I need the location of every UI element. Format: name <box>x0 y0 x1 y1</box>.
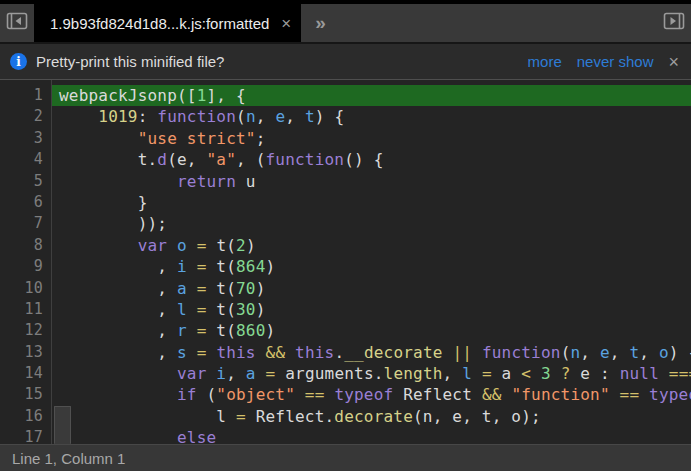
line-number[interactable]: 11 <box>0 299 51 320</box>
line-number[interactable]: 8 <box>0 235 51 256</box>
line-number[interactable]: 7 <box>0 213 51 234</box>
code-line[interactable]: else <box>52 427 691 444</box>
code-line[interactable]: , a = t(70) <box>52 278 691 299</box>
source-editor[interactable]: 1234567891011121314151617 webpackJsonp([… <box>0 80 691 444</box>
line-number[interactable]: 14 <box>0 363 51 384</box>
line-number[interactable]: 16 <box>0 406 51 427</box>
tab-bar: 1.9b93fd824d1d8...k.js:formatted × » <box>0 4 691 42</box>
never-show-link[interactable]: never show <box>577 53 654 70</box>
code-line[interactable]: "use strict"; <box>52 128 691 149</box>
code-lines[interactable]: webpackJsonp([1], { 1019: function(n, e,… <box>52 80 691 444</box>
line-number[interactable]: 1 <box>0 85 51 106</box>
more-link[interactable]: more <box>528 53 562 70</box>
line-number[interactable]: 5 <box>0 171 51 192</box>
panel-collapse-left-icon <box>6 10 28 36</box>
code-line[interactable]: , s = this && this.__decorate || functio… <box>52 342 691 363</box>
status-bar: Line 1, Column 1 <box>0 444 691 471</box>
cursor-position: Line 1, Column 1 <box>12 450 125 467</box>
tabbar-spacer <box>326 4 657 42</box>
code-line[interactable]: return u <box>52 171 691 192</box>
code-line[interactable]: , l = t(30) <box>52 299 691 320</box>
code-line[interactable]: if ("object" == typeof Reflect && "funct… <box>52 384 691 405</box>
line-number[interactable]: 15 <box>0 384 51 405</box>
file-tab-label: 1.9b93fd824d1d8...k.js:formatted <box>50 15 269 32</box>
tabs-overflow-chevron-icon[interactable]: » <box>315 12 326 34</box>
infobar-message: Pretty-print this minified file? <box>36 53 224 70</box>
code-line[interactable]: } <box>52 192 691 213</box>
line-number[interactable]: 4 <box>0 149 51 170</box>
code-line[interactable]: var o = t(2) <box>52 235 691 256</box>
tab-close-icon[interactable]: × <box>281 15 291 32</box>
line-number[interactable]: 9 <box>0 256 51 277</box>
code-line[interactable]: var i, a = arguments.length, l = a < 3 ?… <box>52 363 691 384</box>
info-icon: i <box>10 53 27 70</box>
pretty-print-infobar: i Pretty-print this minified file? more … <box>0 42 691 80</box>
line-number[interactable]: 17 <box>0 427 51 444</box>
gutter: 1234567891011121314151617 <box>0 80 52 444</box>
show-sidebar-button[interactable] <box>657 4 691 42</box>
code-line[interactable]: )); <box>52 213 691 234</box>
infobar-close-icon[interactable]: × <box>668 53 679 71</box>
line-number[interactable]: 3 <box>0 128 51 149</box>
line-number[interactable]: 2 <box>0 106 51 127</box>
show-navigator-button[interactable] <box>0 4 34 42</box>
code-line[interactable]: webpackJsonp([1], { <box>52 85 691 106</box>
code-line[interactable]: , r = t(860) <box>52 320 691 341</box>
line-number[interactable]: 6 <box>0 192 51 213</box>
line-number[interactable]: 12 <box>0 320 51 341</box>
scrollbar-thumb[interactable] <box>54 406 71 444</box>
code-line[interactable]: l = Reflect.decorate(n, e, t, o); <box>52 406 691 427</box>
code-line[interactable]: , i = t(864) <box>52 256 691 277</box>
line-number[interactable]: 10 <box>0 278 51 299</box>
line-number[interactable]: 13 <box>0 342 51 363</box>
code-line[interactable]: t.d(e, "a", (function() { <box>52 149 691 170</box>
code-line[interactable]: 1019: function(n, e, t) { <box>52 106 691 127</box>
file-tab[interactable]: 1.9b93fd824d1d8...k.js:formatted × <box>34 4 301 42</box>
panel-expand-right-icon <box>663 10 685 36</box>
